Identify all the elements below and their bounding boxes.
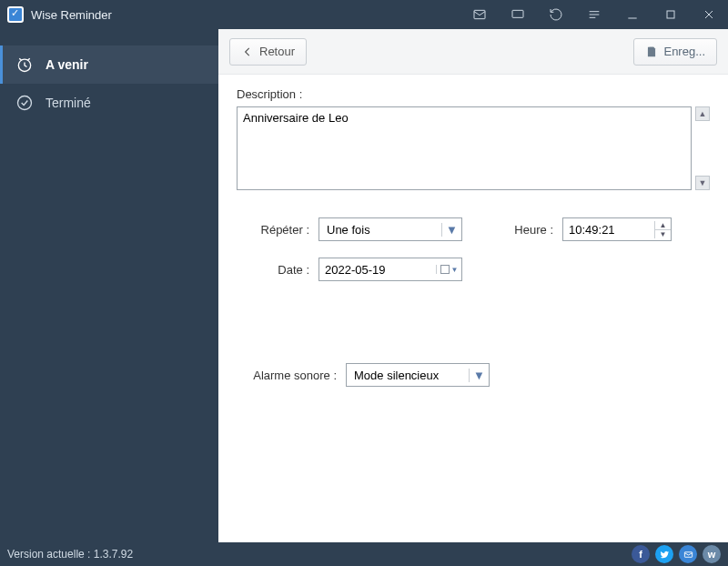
app-icon: [7, 6, 24, 23]
chevron-down-icon[interactable]: ▼: [441, 223, 461, 237]
description-input[interactable]: [237, 106, 692, 190]
wise-icon[interactable]: w: [703, 545, 721, 563]
back-button-label: Retour: [259, 45, 295, 58]
titlebar: Wise Reminder: [0, 0, 728, 29]
maximize-button[interactable]: [652, 0, 690, 29]
sidebar-item-upcoming[interactable]: A venir: [0, 45, 218, 84]
clock-icon: [15, 55, 35, 75]
spin-down-icon[interactable]: ▼: [655, 230, 671, 238]
close-button[interactable]: [690, 0, 728, 29]
scroll-down-icon[interactable]: ▼: [695, 176, 710, 190]
main-panel: Retour Enreg... Description : ▲ ▼: [218, 29, 728, 542]
check-circle-icon: [15, 93, 35, 113]
scroll-up-icon[interactable]: ▲: [695, 106, 710, 121]
sidebar-item-label: A venir: [46, 57, 88, 72]
version-label: Version actuelle : 1.3.7.92: [7, 548, 133, 561]
chevron-down-icon[interactable]: ▼: [469, 369, 489, 382]
date-input[interactable]: 2022-05-19 ▼: [318, 258, 462, 281]
calendar-dropdown-icon[interactable]: ▼: [436, 265, 461, 274]
calendar-icon: [440, 265, 450, 274]
svg-point-4: [18, 96, 32, 110]
twitter-icon[interactable]: [655, 545, 673, 563]
app-title: Wise Reminder: [31, 8, 112, 22]
sidebar-item-label: Terminé: [46, 96, 91, 110]
feedback-icon[interactable]: [499, 0, 537, 29]
repeat-select[interactable]: Une fois ▼: [318, 217, 462, 241]
time-spinner[interactable]: ▲ ▼: [654, 221, 671, 238]
menu-icon[interactable]: [575, 0, 613, 29]
date-label: Date :: [237, 263, 309, 277]
alarm-value: Mode silencieux: [347, 369, 469, 382]
svg-rect-5: [650, 46, 654, 49]
save-button[interactable]: Enreg...: [633, 38, 717, 66]
time-input[interactable]: 10:49:21 ▲ ▼: [562, 217, 672, 241]
facebook-icon[interactable]: f: [632, 545, 650, 563]
spin-up-icon[interactable]: ▲: [655, 221, 671, 230]
svg-rect-0: [474, 10, 485, 18]
time-label: Heure :: [508, 223, 562, 237]
form-toolbar: Retour Enreg...: [218, 29, 728, 75]
alarm-select[interactable]: Mode silencieux ▼: [346, 363, 490, 387]
alarm-label: Alarme sonore :: [237, 369, 337, 382]
back-button[interactable]: Retour: [229, 38, 307, 66]
time-value: 10:49:21: [563, 223, 654, 237]
sidebar-item-done[interactable]: Terminé: [0, 84, 218, 122]
description-scrollbar[interactable]: ▲ ▼: [695, 106, 710, 190]
save-icon: [645, 45, 658, 58]
statusbar: Version actuelle : 1.3.7.92 f w: [0, 542, 728, 566]
date-value: 2022-05-19: [319, 263, 436, 277]
description-label: Description :: [237, 87, 710, 101]
mail-icon[interactable]: [460, 0, 499, 29]
minimize-button[interactable]: [613, 0, 652, 29]
refresh-icon[interactable]: [537, 0, 575, 29]
mail-social-icon[interactable]: [679, 545, 697, 563]
chevron-left-icon: [241, 45, 254, 58]
save-button-label: Enreg...: [663, 45, 705, 58]
svg-rect-2: [667, 11, 674, 18]
sidebar: A venir Terminé: [0, 29, 218, 542]
repeat-value: Une fois: [319, 223, 441, 237]
svg-rect-6: [650, 52, 654, 56]
repeat-label: Répéter :: [237, 223, 309, 237]
